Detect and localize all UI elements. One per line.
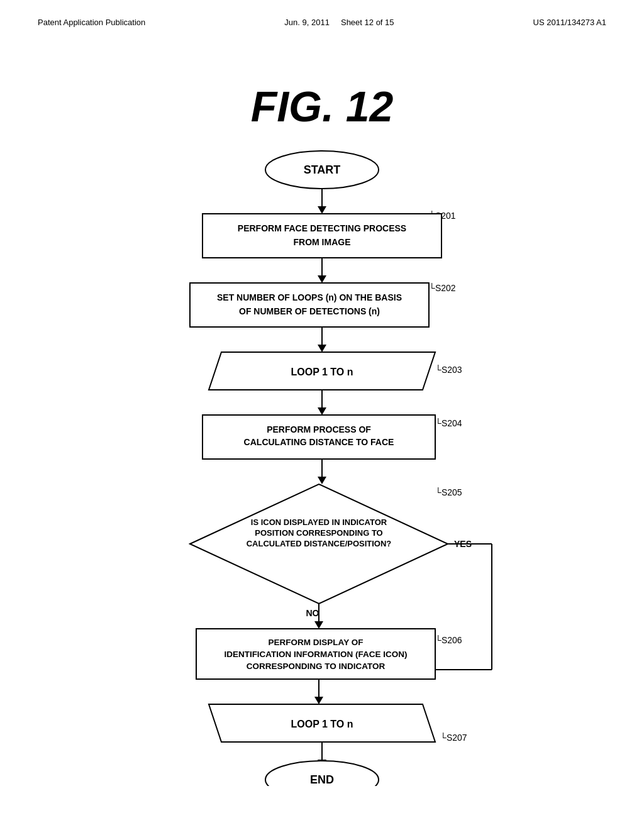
svg-text:LOOP 1 TO n: LOOP 1 TO n [291, 719, 353, 729]
svg-text:IS ICON DISPLAYED IN INDICATOR: IS ICON DISPLAYED IN INDICATOR [251, 517, 387, 527]
svg-text:PERFORM PROCESS OF: PERFORM PROCESS OF [267, 424, 371, 434]
svg-marker-3 [318, 206, 326, 214]
svg-text:PERFORM FACE DETECTING PROCESS: PERFORM FACE DETECTING PROCESS [238, 223, 406, 233]
header-patent: US 2011/134273 A1 [533, 18, 606, 27]
svg-marker-20 [318, 407, 326, 415]
svg-marker-9 [318, 275, 326, 283]
svg-text:NO: NO [306, 608, 319, 618]
svg-text:└S204: └S204 [435, 418, 462, 428]
svg-text:END: END [310, 773, 334, 786]
svg-text:LOOP 1 TO n: LOOP 1 TO n [291, 367, 353, 377]
svg-text:CALCULATED DISTANCE/POSITION?: CALCULATED DISTANCE/POSITION? [247, 539, 392, 548]
svg-text:CORRESPONDING TO INDICATOR: CORRESPONDING TO INDICATOR [247, 661, 386, 671]
header-left: Patent Application Publication [38, 18, 145, 27]
svg-text:└S207: └S207 [440, 733, 467, 743]
svg-text:└S202: └S202 [429, 283, 456, 293]
header-center: Jun. 9, 2011 Sheet 12 of 15 [284, 18, 394, 27]
flowchart-svg: START └S201 PERFORM FACE DETECTING PROCE… [127, 145, 517, 786]
svg-text:SET NUMBER OF LOOPS (n) ON THE: SET NUMBER OF LOOPS (n) ON THE BASIS [217, 292, 402, 302]
flowchart-diagram: START └S201 PERFORM FACE DETECTING PROCE… [127, 145, 517, 788]
svg-marker-15 [318, 345, 326, 352]
page-header: Patent Application Publication Jun. 9, 2… [38, 18, 606, 27]
svg-text:└S206: └S206 [435, 635, 462, 645]
svg-text:POSITION CORRESPONDING TO: POSITION CORRESPONDING TO [255, 528, 382, 538]
svg-text:START: START [304, 163, 341, 176]
svg-text:IDENTIFICATION INFORMATION (FA: IDENTIFICATION INFORMATION (FACE ICON) [224, 650, 407, 659]
svg-text:└S205: └S205 [435, 487, 462, 497]
svg-text:PERFORM DISPLAY OF: PERFORM DISPLAY OF [269, 638, 364, 647]
svg-marker-39 [314, 621, 323, 629]
svg-rect-5 [203, 214, 441, 258]
svg-rect-11 [190, 283, 429, 327]
svg-text:OF NUMBER OF DETECTIONS (n): OF NUMBER OF DETECTIONS (n) [239, 306, 380, 316]
svg-text:FROM IMAGE: FROM IMAGE [294, 237, 351, 247]
svg-text:CALCULATING DISTANCE TO FACE: CALCULATING DISTANCE TO FACE [244, 437, 394, 447]
svg-marker-46 [314, 697, 323, 704]
svg-marker-26 [318, 477, 326, 484]
svg-text:└S203: └S203 [435, 365, 462, 375]
figure-title: FIG. 12 [251, 82, 394, 131]
